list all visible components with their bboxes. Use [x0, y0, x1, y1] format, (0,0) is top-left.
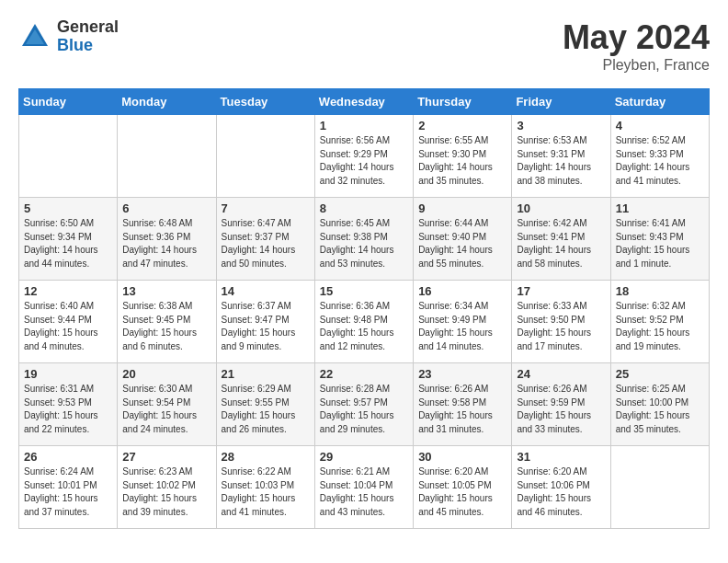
day-info: Sunrise: 6:44 AM Sunset: 9:40 PM Dayligh… — [418, 217, 506, 270]
day-number: 22 — [320, 367, 408, 381]
day-number: 31 — [517, 450, 605, 464]
header-sunday: Sunday — [19, 89, 118, 115]
day-info: Sunrise: 6:50 AM Sunset: 9:34 PM Dayligh… — [24, 217, 112, 270]
calendar-cell: 15Sunrise: 6:36 AM Sunset: 9:48 PM Dayli… — [314, 281, 413, 363]
day-number: 23 — [418, 367, 506, 381]
day-number: 28 — [222, 450, 310, 464]
header-monday: Monday — [118, 89, 216, 115]
calendar-cell: 21Sunrise: 6:29 AM Sunset: 9:55 PM Dayli… — [216, 363, 314, 446]
calendar-cell: 29Sunrise: 6:21 AM Sunset: 10:04 PM Dayl… — [314, 446, 413, 529]
day-info: Sunrise: 6:55 AM Sunset: 9:30 PM Dayligh… — [418, 134, 506, 188]
day-info: Sunrise: 6:40 AM Sunset: 9:44 PM Dayligh… — [24, 300, 112, 353]
calendar-cell: 27Sunrise: 6:23 AM Sunset: 10:02 PM Dayl… — [118, 446, 216, 529]
day-info: Sunrise: 6:25 AM Sunset: 10:00 PM Daylig… — [616, 383, 704, 436]
calendar-cell: 2Sunrise: 6:55 AM Sunset: 9:30 PM Daylig… — [414, 115, 512, 198]
header-thursday: Thursday — [414, 89, 512, 115]
logo-general-label: General — [57, 18, 119, 37]
day-info: Sunrise: 6:26 AM Sunset: 9:59 PM Dayligh… — [517, 383, 605, 436]
day-info: Sunrise: 6:56 AM Sunset: 9:29 PM Dayligh… — [320, 134, 408, 188]
day-number: 30 — [418, 450, 506, 464]
calendar-cell: 18Sunrise: 6:32 AM Sunset: 9:52 PM Dayli… — [610, 281, 709, 363]
title-block: May 2024 Pleyben, France — [563, 18, 710, 74]
day-info: Sunrise: 6:29 AM Sunset: 9:55 PM Dayligh… — [222, 383, 310, 436]
calendar-cell: 1Sunrise: 6:56 AM Sunset: 9:29 PM Daylig… — [314, 115, 413, 198]
calendar-cell: 25Sunrise: 6:25 AM Sunset: 10:00 PM Dayl… — [610, 363, 709, 446]
day-info: Sunrise: 6:33 AM Sunset: 9:50 PM Dayligh… — [517, 300, 605, 353]
calendar-cell: 31Sunrise: 6:20 AM Sunset: 10:06 PM Dayl… — [512, 446, 610, 529]
day-number: 27 — [122, 450, 210, 464]
day-info: Sunrise: 6:21 AM Sunset: 10:04 PM Daylig… — [320, 465, 408, 519]
logo-icon — [18, 20, 51, 53]
day-number: 18 — [616, 284, 704, 298]
day-number: 19 — [24, 367, 112, 381]
calendar-cell: 26Sunrise: 6:24 AM Sunset: 10:01 PM Dayl… — [19, 446, 118, 529]
calendar-cell: 12Sunrise: 6:40 AM Sunset: 9:44 PM Dayli… — [19, 281, 118, 363]
day-info: Sunrise: 6:20 AM Sunset: 10:05 PM Daylig… — [418, 465, 506, 519]
calendar-cell: 9Sunrise: 6:44 AM Sunset: 9:40 PM Daylig… — [414, 198, 512, 281]
day-info: Sunrise: 6:24 AM Sunset: 10:01 PM Daylig… — [24, 465, 112, 519]
calendar-cell: 4Sunrise: 6:52 AM Sunset: 9:33 PM Daylig… — [610, 115, 709, 198]
day-info: Sunrise: 6:53 AM Sunset: 9:31 PM Dayligh… — [517, 134, 605, 188]
day-info: Sunrise: 6:52 AM Sunset: 9:33 PM Dayligh… — [616, 134, 704, 188]
day-number: 12 — [24, 284, 112, 298]
day-number: 5 — [24, 201, 112, 215]
calendar-cell: 19Sunrise: 6:31 AM Sunset: 9:53 PM Dayli… — [19, 363, 118, 446]
day-number: 17 — [517, 284, 605, 298]
day-info: Sunrise: 6:20 AM Sunset: 10:06 PM Daylig… — [517, 465, 605, 519]
day-number: 3 — [517, 119, 605, 132]
day-info: Sunrise: 6:31 AM Sunset: 9:53 PM Dayligh… — [24, 383, 112, 436]
day-number: 9 — [418, 201, 506, 215]
day-info: Sunrise: 6:34 AM Sunset: 9:49 PM Dayligh… — [418, 300, 506, 353]
day-number: 15 — [320, 284, 408, 298]
day-info: Sunrise: 6:28 AM Sunset: 9:57 PM Dayligh… — [320, 383, 408, 436]
day-info: Sunrise: 6:23 AM Sunset: 10:02 PM Daylig… — [122, 465, 210, 519]
day-info: Sunrise: 6:32 AM Sunset: 9:52 PM Dayligh… — [616, 300, 704, 353]
header-wednesday: Wednesday — [314, 89, 413, 115]
day-number: 10 — [517, 201, 605, 215]
day-number: 13 — [122, 284, 210, 298]
calendar-table: SundayMondayTuesdayWednesdayThursdayFrid… — [18, 88, 710, 529]
calendar-week-4: 19Sunrise: 6:31 AM Sunset: 9:53 PM Dayli… — [19, 363, 710, 446]
day-info: Sunrise: 6:42 AM Sunset: 9:41 PM Dayligh… — [517, 217, 605, 270]
calendar-cell: 13Sunrise: 6:38 AM Sunset: 9:45 PM Dayli… — [118, 281, 216, 363]
calendar-cell: 10Sunrise: 6:42 AM Sunset: 9:41 PM Dayli… — [512, 198, 610, 281]
calendar-cell: 22Sunrise: 6:28 AM Sunset: 9:57 PM Dayli… — [314, 363, 413, 446]
calendar-cell: 3Sunrise: 6:53 AM Sunset: 9:31 PM Daylig… — [512, 115, 610, 198]
day-number: 24 — [517, 367, 605, 381]
page-header: General Blue May 2024 Pleyben, France — [18, 18, 710, 74]
calendar-cell: 16Sunrise: 6:34 AM Sunset: 9:49 PM Dayli… — [414, 281, 512, 363]
calendar-cell: 24Sunrise: 6:26 AM Sunset: 9:59 PM Dayli… — [512, 363, 610, 446]
day-number: 1 — [320, 119, 408, 132]
day-info: Sunrise: 6:41 AM Sunset: 9:43 PM Dayligh… — [616, 217, 704, 270]
day-number: 21 — [222, 367, 310, 381]
day-number: 4 — [616, 119, 704, 132]
day-info: Sunrise: 6:38 AM Sunset: 9:45 PM Dayligh… — [122, 300, 210, 353]
calendar-cell — [118, 115, 216, 198]
day-number: 14 — [222, 284, 310, 298]
day-number: 16 — [418, 284, 506, 298]
calendar-week-5: 26Sunrise: 6:24 AM Sunset: 10:01 PM Dayl… — [19, 446, 710, 529]
calendar-cell: 23Sunrise: 6:26 AM Sunset: 9:58 PM Dayli… — [414, 363, 512, 446]
calendar-cell: 20Sunrise: 6:30 AM Sunset: 9:54 PM Dayli… — [118, 363, 216, 446]
day-number: 29 — [320, 450, 408, 464]
day-number: 25 — [616, 367, 704, 381]
calendar-week-2: 5Sunrise: 6:50 AM Sunset: 9:34 PM Daylig… — [19, 198, 710, 281]
day-info: Sunrise: 6:48 AM Sunset: 9:36 PM Dayligh… — [122, 217, 210, 270]
calendar-cell — [610, 446, 709, 529]
header-saturday: Saturday — [610, 89, 709, 115]
calendar-cell: 5Sunrise: 6:50 AM Sunset: 9:34 PM Daylig… — [19, 198, 118, 281]
day-info: Sunrise: 6:47 AM Sunset: 9:37 PM Dayligh… — [222, 217, 310, 270]
calendar-cell: 28Sunrise: 6:22 AM Sunset: 10:03 PM Dayl… — [216, 446, 314, 529]
calendar-cell: 7Sunrise: 6:47 AM Sunset: 9:37 PM Daylig… — [216, 198, 314, 281]
calendar-cell — [216, 115, 314, 198]
day-number: 2 — [418, 119, 506, 132]
day-info: Sunrise: 6:26 AM Sunset: 9:58 PM Dayligh… — [418, 383, 506, 436]
month-year-title: May 2024 — [563, 18, 710, 57]
logo: General Blue — [18, 18, 119, 55]
calendar-cell: 8Sunrise: 6:45 AM Sunset: 9:38 PM Daylig… — [314, 198, 413, 281]
calendar-cell: 14Sunrise: 6:37 AM Sunset: 9:47 PM Dayli… — [216, 281, 314, 363]
calendar-header-row: SundayMondayTuesdayWednesdayThursdayFrid… — [19, 89, 710, 115]
day-number: 6 — [122, 201, 210, 215]
calendar-week-3: 12Sunrise: 6:40 AM Sunset: 9:44 PM Dayli… — [19, 281, 710, 363]
calendar-week-1: 1Sunrise: 6:56 AM Sunset: 9:29 PM Daylig… — [19, 115, 710, 198]
